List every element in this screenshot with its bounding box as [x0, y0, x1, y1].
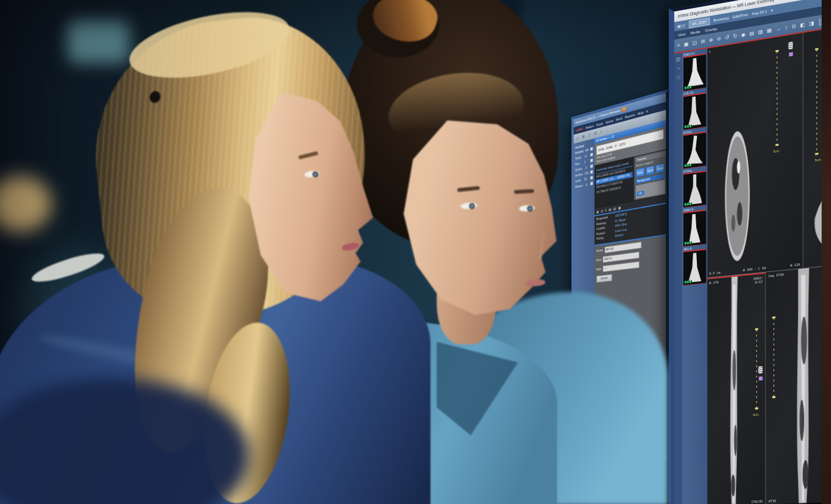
- orientation-cluster: [759, 366, 763, 380]
- menu-item-send[interactable]: Send: [616, 116, 622, 122]
- scale-ruler: [756, 329, 757, 408]
- series-thumbnail[interactable]: 4T35m: [683, 167, 706, 208]
- tab-date[interactable]: Aug 20.1: [752, 9, 767, 15]
- series-thumbnail[interactable]: 2502/27: [683, 50, 706, 91]
- row-value: 150: [585, 171, 588, 175]
- mri-axial-calf: [722, 125, 752, 267]
- hair-topknot: [367, 0, 442, 50]
- left-main-panel: All Studies — 12 DOE, JANE · F · 1972 … …: [595, 120, 666, 460]
- row-value: MR: [585, 148, 589, 152]
- thumbnail-rail: 2502/27 170/35 8T35a: [682, 49, 707, 504]
- scale-ruler: [817, 49, 817, 153]
- checkbox-icon[interactable]: [590, 176, 593, 180]
- warm-bokeh-light: [0, 176, 51, 232]
- detail-value[interactable]: 2002/08/11: [615, 213, 627, 218]
- sidebar-row[interactable]: Shared6: [575, 182, 593, 189]
- hair-bun: [357, 0, 439, 57]
- foreground-arm-blur: [0, 378, 250, 504]
- ruler-label: 5cm: [815, 157, 821, 162]
- info-chip[interactable]: Info: [637, 191, 644, 196]
- overlay-text: W 120: [790, 263, 800, 268]
- menu-item-view[interactable]: View: [678, 32, 686, 37]
- dest-field[interactable]: ARCH-1: [603, 251, 639, 263]
- scale-ruler: [774, 317, 774, 397]
- right-monitor-screen: eView Diagnostic Workstation — MR Lower …: [674, 0, 831, 504]
- face: [248, 92, 373, 301]
- window-light-bokeh: [67, 21, 130, 63]
- hair-wisp: [124, 0, 295, 90]
- row-value: 5: [584, 160, 585, 164]
- checkbox-icon[interactable]: [590, 170, 593, 174]
- row-value: 12: [585, 154, 587, 158]
- lips: [341, 241, 359, 251]
- overlay-text: 4T35: [769, 499, 776, 503]
- open-button[interactable]: Open: [636, 167, 644, 178]
- left-monitor: RadView PACS — Patient Browser ● REC Pat…: [571, 89, 669, 463]
- row-label: Modality: [575, 149, 584, 155]
- overlay-text: W 170: [709, 280, 719, 285]
- right-monitor: eView Diagnostic Workstation — MR Lower …: [669, 0, 831, 504]
- row-label: New: [575, 162, 580, 166]
- checkbox-icon[interactable]: [590, 182, 593, 186]
- hair-tie: [148, 90, 162, 105]
- overlay-time: 8:57: [755, 279, 762, 284]
- thumbnail-image: [683, 170, 706, 208]
- eyebrow: [298, 151, 319, 160]
- checkbox-icon[interactable]: [590, 147, 593, 151]
- checkbox-icon[interactable]: [590, 164, 593, 168]
- menu-item-media[interactable]: Media: [691, 29, 701, 35]
- monitor-side-edge: [822, 0, 831, 504]
- viewport-grid: L 8.5 cm W 350 · C 50 W 120 5cm: [707, 23, 831, 504]
- send-button[interactable]: Send: [646, 165, 654, 176]
- overlay-datetime: 2002/8:57: [753, 276, 762, 284]
- detail-label: Priority: [596, 235, 613, 241]
- viewport-axial[interactable]: L 8.5 cm W 350 · C 50 W 120 5cm: [707, 33, 804, 278]
- done-button[interactable]: Done: [656, 163, 665, 173]
- tab-edit-print[interactable]: Edit/Print: [732, 12, 748, 19]
- detail-value[interactable]: Routine: [615, 233, 623, 238]
- ruler-label: 3cm: [753, 412, 759, 417]
- thumbnail-image: [683, 53, 706, 91]
- checkbox-icon[interactable]: [590, 158, 593, 163]
- stack-icon: [789, 42, 793, 50]
- menu-item-overlay[interactable]: Overlay: [705, 26, 717, 32]
- detail-value[interactable]: MSK Clinic: [615, 223, 627, 228]
- tab-browsing[interactable]: Browsing: [714, 16, 729, 22]
- chevron-down-icon: ▾: [646, 109, 648, 114]
- scene: RadView PACS — Patient Browser ● REC Pat…: [0, 0, 831, 504]
- overlay-text: 8.5 cm: [709, 271, 721, 276]
- chevron-down-icon: ▾: [771, 7, 773, 12]
- row-label: Shared: [575, 184, 583, 189]
- hair-back: [340, 0, 558, 250]
- series-thumbnail[interactable]: 2606/5: [683, 206, 706, 247]
- scrub-vneck-fold: [437, 342, 518, 435]
- overlay-text: Sag STIR: [769, 272, 784, 278]
- eye: [304, 170, 319, 178]
- stack-icon: [759, 366, 763, 374]
- row-value: 28: [584, 177, 586, 181]
- tool-rail[interactable]: ◫ ∕ □: [674, 52, 683, 504]
- menu-item-patient[interactable]: Patient: [586, 124, 594, 129]
- note-field[interactable]: —: [603, 261, 639, 272]
- menu-item-help[interactable]: Help: [638, 110, 644, 115]
- more-button[interactable]: …: [659, 133, 662, 137]
- series-thumbnail[interactable]: 170/35: [683, 89, 706, 130]
- left-sidebar: Worklist ModalityMR Today12 New5 Queue3 …: [574, 138, 595, 455]
- mri-sagittal-leg: [791, 267, 817, 504]
- menu-item-series[interactable]: Series: [606, 119, 613, 124]
- jacket-fold: [116, 261, 271, 342]
- queue-button[interactable]: Queue: [596, 274, 612, 283]
- series-thumbnail[interactable]: 401/6: [683, 246, 706, 286]
- series-thumbnail[interactable]: 8T35a: [683, 128, 706, 169]
- export-form: SeriesMR 401 DestARCH-1 Note— Queue: [595, 235, 666, 460]
- thumbnail-image: [683, 132, 706, 169]
- viewport-coronal-leg[interactable]: W 170 2002/8:57 170/35 3cm: [707, 272, 766, 504]
- teal-glow: [25, 250, 131, 368]
- detail-value[interactable]: Dr. Mayer: [615, 218, 626, 223]
- menu-item-study[interactable]: Study: [596, 121, 603, 127]
- overlay-text: W 350 · C 50: [743, 266, 766, 273]
- detail-value[interactable]: Lower Leg: [615, 228, 626, 233]
- wall-edge: [465, 0, 525, 250]
- checkbox-icon[interactable]: [590, 153, 593, 157]
- neck: [437, 245, 496, 344]
